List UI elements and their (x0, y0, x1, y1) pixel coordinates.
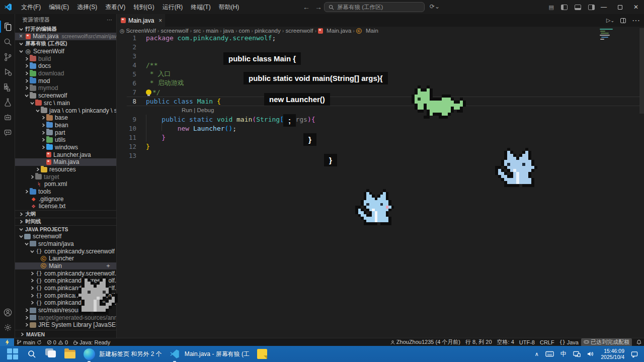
start-button[interactable] (6, 347, 19, 360)
edge-window-label[interactable]: 新建标签页 和另外 2 个 (99, 350, 162, 358)
settings-sync-icon[interactable]: ⟳⌄ (430, 3, 440, 10)
tree-src-main[interactable]: src \ main (15, 100, 116, 107)
toggle-panel-icon[interactable] (575, 5, 581, 10)
jp-com-pinkcandy-screenwolf[interactable]: {}com.pinkcandy.screenwolf (15, 247, 116, 255)
ime-indicator[interactable]: 中 (560, 350, 567, 358)
wolf-gray-sidebar[interactable] (69, 276, 118, 315)
menu-view[interactable]: 查看(V) (101, 2, 129, 12)
activity-settings-icon[interactable] (0, 320, 15, 335)
wolf-green-lying[interactable] (412, 85, 466, 119)
customize-layout-icon[interactable]: ▤ (549, 4, 554, 11)
tree-base[interactable]: base (15, 114, 116, 122)
java-status-item[interactable]: Java: Ready (70, 338, 113, 346)
jp-jre-system-library-javase-21-[interactable]: JRE System Library [JavaSE-21] (15, 321, 116, 329)
tree-bean[interactable]: bean (15, 122, 116, 129)
notifications-bell-icon[interactable] (634, 338, 644, 346)
jp-main[interactable]: CMain＋ (15, 262, 116, 270)
forward-arrow-icon[interactable]: → (315, 3, 322, 11)
workspace-section-header[interactable]: 屏幕有狼 (工作区) (15, 40, 116, 48)
minimap[interactable] (600, 29, 618, 59)
tree-screenwolf[interactable]: screenwolf (15, 92, 116, 100)
tree-download[interactable]: download (15, 70, 116, 77)
workspace-search-box[interactable]: 屏幕有狼 (工作区) (324, 2, 425, 12)
split-editor-icon[interactable] (620, 16, 626, 25)
tree-utils[interactable]: utils (15, 136, 116, 144)
author-item[interactable]: ZhouZhou1235 (4 个月前) (388, 338, 463, 346)
sidebar-more-icon[interactable]: ··· (107, 17, 112, 23)
activity-search-icon[interactable] (0, 34, 15, 49)
language-item[interactable]: {} Java (557, 338, 581, 346)
tree--gitignore[interactable]: ◆.gitignore (15, 195, 116, 203)
volume-icon[interactable] (587, 351, 594, 357)
tab-close-icon[interactable]: × (158, 17, 162, 24)
task-view-icon[interactable] (44, 347, 57, 360)
activity-extensions-icon[interactable] (0, 79, 15, 95)
maven-section-label[interactable]: MAVEN (26, 331, 45, 337)
sticky-notes-icon[interactable] (256, 347, 269, 360)
tree-target[interactable]: target (15, 173, 116, 180)
tree-screenwolf[interactable]: ◎ScreenWolf (15, 48, 116, 55)
file-explorer-icon[interactable] (63, 347, 76, 360)
maximize-button[interactable] (612, 0, 628, 14)
menu-selection[interactable]: 选择(S) (73, 2, 101, 12)
section-java-projects[interactable]: JAVA PROJECTS (15, 225, 116, 233)
activity-source-control-icon[interactable] (0, 49, 15, 64)
tree-resources[interactable]: resources (15, 166, 116, 173)
jp-screenwolf[interactable]: screenwolf (15, 233, 116, 240)
tree-tools[interactable]: tools (15, 188, 116, 196)
tree-pom-xml[interactable]: ᛋpom.xml (15, 180, 116, 188)
eol-item[interactable]: CRLF (537, 338, 557, 346)
tree-java-com-pinkcandy-screenwolf[interactable]: java \ com \ pinkcandy \ screenwolf (15, 107, 116, 114)
more-actions-icon[interactable]: ··· (632, 16, 640, 25)
menu-edit[interactable]: 编辑(E) (45, 2, 73, 12)
new-file-plus-icon[interactable]: ＋ (105, 262, 116, 270)
encoding-item[interactable]: UTF-8 (517, 338, 537, 346)
tree-build[interactable]: build (15, 55, 116, 62)
toggle-secondary-sidebar-icon[interactable] (588, 5, 595, 10)
tree-mod[interactable]: mod (15, 77, 116, 84)
tree-docs[interactable]: docs (15, 62, 116, 70)
wolf-blue-sitting-right[interactable] (495, 148, 543, 187)
tree-launcher-java[interactable]: Launcher.java (15, 151, 116, 158)
toggle-sidebar-icon[interactable] (561, 5, 568, 10)
edge-browser-icon[interactable] (83, 347, 96, 360)
editor-scrollbar[interactable] (639, 28, 644, 114)
minimize-button[interactable]: — (596, 0, 612, 14)
remote-indicator[interactable] (0, 338, 14, 346)
close-editor-icon[interactable]: × (19, 33, 23, 40)
back-arrow-icon[interactable]: ← (303, 3, 310, 11)
problems-item[interactable]: 0 0 (44, 338, 70, 346)
tab-main-java[interactable]: Main.java × (117, 14, 165, 27)
activity-chat-icon[interactable] (0, 125, 15, 140)
open-editors-header[interactable]: 打开的编辑器 (15, 25, 116, 33)
menu-run[interactable]: 运行(R) (158, 2, 187, 12)
network-icon[interactable] (573, 351, 581, 357)
menu-file[interactable]: 文件(F) (17, 2, 45, 12)
wolf-blue-sitting-center[interactable] (355, 189, 399, 225)
menu-terminal[interactable]: 终端(T) (187, 2, 214, 12)
tray-chevron-up-icon[interactable]: ∧ (535, 351, 539, 357)
activity-testing-icon[interactable] (0, 95, 15, 110)
jp-target-generated-sources-annotations[interactable]: target/generated-sources/annotations (15, 314, 116, 321)
tree-part[interactable]: part (15, 129, 116, 136)
cursor-position-item[interactable]: 行 8, 列 20 (463, 338, 495, 346)
tree-mymod[interactable]: mymod (15, 84, 116, 92)
taskbar-search-icon[interactable] (25, 347, 38, 360)
tree-main-java[interactable]: Main.java (15, 158, 116, 166)
activity-run-debug-icon[interactable] (0, 64, 15, 79)
copilot-quota-item[interactable]: 已达到完成配额 (581, 338, 632, 346)
indentation-item[interactable]: 空格: 4 (495, 338, 517, 346)
git-branch-item[interactable]: main (14, 338, 44, 346)
tree-license-txt[interactable]: ❖license.txt (15, 203, 116, 210)
open-editor-main-java[interactable]: ×Main.javascreenwolf\src\main\java\com\.… (15, 33, 116, 40)
menu-help[interactable]: 帮助(H) (215, 2, 244, 12)
section-outline[interactable]: 大纲 (15, 210, 116, 218)
lightbulb-icon[interactable] (146, 89, 151, 95)
jp-src-main-java[interactable]: src/main/java (15, 240, 116, 248)
run-java-button[interactable]: ▷⌄ (606, 17, 614, 24)
tree-windows[interactable]: windows (15, 144, 116, 151)
jp-launcher[interactable]: CLauncher (15, 255, 116, 262)
activity-explorer-icon[interactable] (0, 19, 15, 34)
touch-keyboard-icon[interactable] (545, 351, 554, 357)
activity-robot-icon[interactable] (0, 110, 15, 125)
